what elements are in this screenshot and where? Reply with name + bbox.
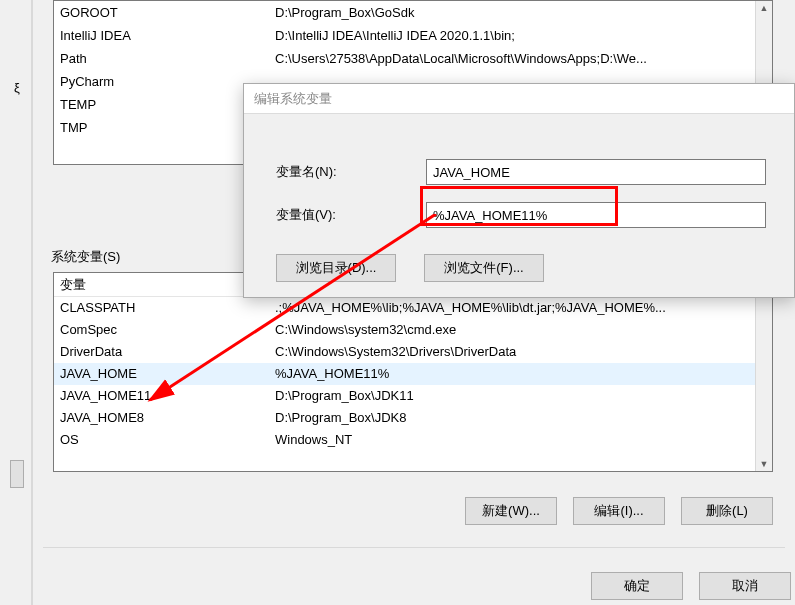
sys-var-name[interactable]: DriverData	[54, 341, 269, 363]
variable-name-input[interactable]	[426, 159, 766, 185]
sys-var-value[interactable]: C:\Windows\system32\cmd.exe	[269, 319, 772, 341]
variable-value-input[interactable]	[426, 202, 766, 228]
scrollbar[interactable]: ▲ ▼	[755, 273, 772, 471]
cancel-button[interactable]: 取消	[699, 572, 791, 600]
browse-file-button[interactable]: 浏览文件(F)...	[424, 254, 544, 282]
user-var-value[interactable]: D:\Program_Box\GoSdk	[269, 1, 772, 24]
sys-var-name[interactable]: JAVA_HOME11	[54, 385, 269, 407]
variable-name-row: 变量名(N):	[276, 159, 766, 185]
edit-button[interactable]: 编辑(I)...	[573, 497, 665, 525]
browse-buttons: 浏览目录(D)... 浏览文件(F)...	[276, 254, 544, 282]
user-var-name[interactable]: Path	[54, 47, 269, 70]
sys-var-name[interactable]: CLASSPATH	[54, 297, 269, 319]
sys-var-value[interactable]: C:\Windows\System32\Drivers\DriverData	[269, 341, 772, 363]
sys-var-value[interactable]: .;%JAVA_HOME%\lib;%JAVA_HOME%\lib\dt.jar…	[269, 297, 772, 319]
user-var-name[interactable]: PyCharm	[54, 70, 269, 93]
sys-var-value[interactable]: D:\Program_Box\JDK11	[269, 385, 772, 407]
system-variables-label: 系统变量(S)	[51, 248, 120, 266]
user-var-name[interactable]: TEMP	[54, 93, 269, 116]
dialog-title: 编辑系统变量	[244, 84, 794, 114]
browse-directory-button[interactable]: 浏览目录(D)...	[276, 254, 396, 282]
user-var-name[interactable]: GOROOT	[54, 1, 269, 24]
system-variables-buttons: 新建(W)... 编辑(I)... 删除(L)	[465, 497, 773, 525]
scroll-up-icon[interactable]: ▲	[760, 1, 769, 15]
sys-var-name[interactable]: OS	[54, 429, 269, 451]
ok-button[interactable]: 确定	[591, 572, 683, 600]
sys-var-name[interactable]: ComSpec	[54, 319, 269, 341]
scroll-down-icon[interactable]: ▼	[760, 457, 769, 471]
user-var-name[interactable]: TMP	[54, 116, 269, 139]
fragment-button	[10, 460, 24, 488]
system-variables-list[interactable]: 变量 CLASSPATH.;%JAVA_HOME%\lib;%JAVA_HOME…	[53, 272, 773, 472]
sys-var-name[interactable]: JAVA_HOME	[54, 363, 269, 385]
user-var-value[interactable]: D:\IntelliJ IDEA\IntelliJ IDEA 2020.1.1\…	[269, 24, 772, 47]
sys-var-value[interactable]: Windows_NT	[269, 429, 772, 451]
sys-var-value[interactable]: D:\Program_Box\JDK8	[269, 407, 772, 429]
left-cropped-fragment: ξ	[0, 0, 32, 605]
variable-name-label: 变量名(N):	[276, 163, 426, 181]
edit-variable-dialog: 编辑系统变量 变量名(N): 变量值(V): 浏览目录(D)... 浏览文件(F…	[243, 83, 795, 298]
variable-value-label: 变量值(V):	[276, 206, 426, 224]
divider	[43, 547, 785, 548]
delete-button[interactable]: 删除(L)	[681, 497, 773, 525]
variable-value-row: 变量值(V):	[276, 202, 766, 228]
new-button[interactable]: 新建(W)...	[465, 497, 557, 525]
fragment-text: ξ	[14, 80, 20, 95]
sys-var-name[interactable]: JAVA_HOME8	[54, 407, 269, 429]
dialog-buttons: 确定 取消	[591, 572, 791, 600]
user-var-name[interactable]: IntelliJ IDEA	[54, 24, 269, 47]
user-var-value[interactable]: C:\Users\27538\AppData\Local\Microsoft\W…	[269, 47, 772, 70]
sys-var-value[interactable]: %JAVA_HOME11%	[269, 363, 772, 385]
